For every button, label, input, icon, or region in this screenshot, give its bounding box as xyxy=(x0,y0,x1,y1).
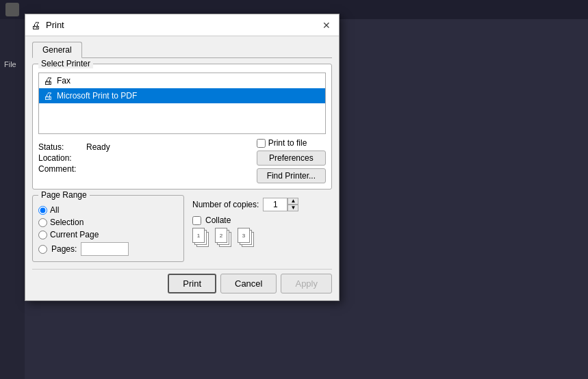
status-buttons: Print to file Preferences Find Printer..… xyxy=(257,138,326,183)
page-front-2: 2 xyxy=(215,228,227,243)
collate-row: Collate xyxy=(192,215,332,225)
spin-up-button[interactable]: ▲ xyxy=(287,198,298,205)
cancel-button[interactable]: Cancel xyxy=(220,274,277,293)
file-label: File xyxy=(4,60,16,68)
fax-label: Fax xyxy=(57,76,71,86)
taskbar-icon xyxy=(5,3,19,16)
apply-button[interactable]: Apply xyxy=(281,274,332,293)
copies-label: Number of copies: xyxy=(192,200,259,209)
pages-label: Pages: xyxy=(51,244,77,254)
status-label: Status: xyxy=(38,142,86,152)
status-value: Ready xyxy=(86,142,110,152)
all-radio-row: All xyxy=(38,205,178,215)
page-range-group: Page Range All Selection Current Page xyxy=(32,195,184,262)
printer-item-fax[interactable]: 🖨 Fax xyxy=(39,73,325,88)
copies-input[interactable] xyxy=(263,198,287,211)
pages-input[interactable] xyxy=(81,242,129,256)
copies-group: Number of copies: ▲ ▼ Collate xyxy=(190,195,332,262)
printer-icon xyxy=(31,20,42,31)
sidebar: File xyxy=(0,19,25,379)
collate-checkbox[interactable] xyxy=(192,216,201,225)
status-left: Status: Ready Location: Comment: xyxy=(38,142,251,175)
dialog-titlebar: Print ✕ xyxy=(25,14,339,36)
tabs: General xyxy=(32,42,332,58)
dialog-title: Print xyxy=(46,20,64,30)
dialog-footer: Print Cancel Apply xyxy=(32,269,332,293)
selection-label: Selection xyxy=(50,218,84,227)
status-info: Status: Ready Location: Comment: xyxy=(38,138,251,175)
page-range-legend: Page Range xyxy=(38,190,90,200)
print-dialog: Print ✕ General Select Printer 🖨 Fax 🖨 xyxy=(25,14,340,301)
tab-general[interactable]: General xyxy=(32,42,82,58)
print-button[interactable]: Print xyxy=(168,274,216,293)
print-to-file-row: Print to file xyxy=(257,138,326,148)
select-printer-group: Select Printer 🖨 Fax 🖨 Microsoft Print t… xyxy=(32,64,332,190)
page-front-1: 1 xyxy=(192,228,205,243)
location-label: Location: xyxy=(38,153,86,163)
printer-item-pdf[interactable]: 🖨 Microsoft Print to PDF xyxy=(39,88,325,103)
dialog-title-left: Print xyxy=(31,20,64,31)
bottom-groups: Page Range All Selection Current Page xyxy=(32,195,332,262)
spin-down-button[interactable]: ▼ xyxy=(287,205,298,211)
print-to-file-label: Print to file xyxy=(268,138,307,148)
printer-list[interactable]: 🖨 Fax 🖨 Microsoft Print to PDF xyxy=(38,73,326,134)
pages-row: Pages: xyxy=(38,242,178,256)
print-to-file-checkbox[interactable] xyxy=(257,139,266,148)
collate-visual: 1 1 1 2 2 2 3 3 xyxy=(192,228,332,251)
find-printer-button[interactable]: Find Printer... xyxy=(257,168,326,183)
current-page-label: Current Page xyxy=(50,230,99,239)
collate-label: Collate xyxy=(205,215,231,225)
comment-label: Comment: xyxy=(38,164,86,174)
copies-input-wrap: ▲ ▼ xyxy=(263,198,298,211)
all-radio[interactable] xyxy=(38,206,47,215)
selection-radio-row: Selection xyxy=(38,218,178,227)
pdf-printer-icon: 🖨 xyxy=(43,90,53,101)
current-page-radio[interactable] xyxy=(38,231,47,239)
dialog-body: General Select Printer 🖨 Fax 🖨 Microsoft… xyxy=(25,36,339,300)
fax-icon: 🖨 xyxy=(43,75,53,86)
pages-radio[interactable] xyxy=(38,245,47,254)
select-printer-legend: Select Printer xyxy=(38,59,93,68)
preferences-button[interactable]: Preferences xyxy=(257,151,326,166)
status-area: Status: Ready Location: Comment: xyxy=(38,138,326,183)
selection-radio[interactable] xyxy=(38,218,47,227)
spin-buttons: ▲ ▼ xyxy=(287,198,298,211)
copies-row: Number of copies: ▲ ▼ xyxy=(192,198,332,211)
pdf-printer-label: Microsoft Print to PDF xyxy=(57,91,137,101)
close-button[interactable]: ✕ xyxy=(320,18,333,32)
page-front-3: 3 xyxy=(238,228,250,243)
all-label: All xyxy=(50,205,59,215)
